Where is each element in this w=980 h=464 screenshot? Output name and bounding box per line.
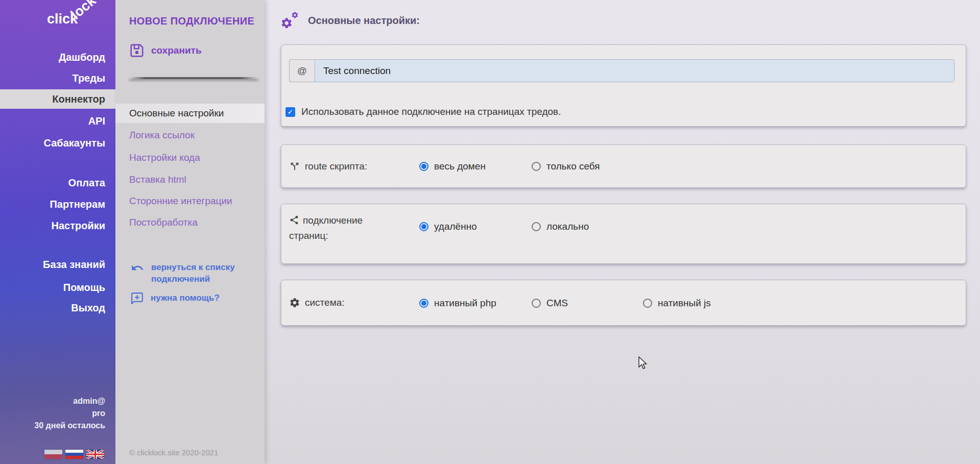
radio-selected-icon	[419, 299, 428, 308]
poland-flag[interactable]	[44, 450, 62, 459]
use-on-threads-label: Использовать данное подключение на стран…	[301, 106, 561, 117]
sidebar-item-threads[interactable]: Треды	[0, 68, 105, 88]
russia-flag[interactable]	[65, 450, 83, 459]
radio-option-native-js[interactable]: нативный js	[643, 297, 711, 309]
sidebar-item-dashboard[interactable]: Дашборд	[0, 47, 105, 67]
radio-selected-icon	[419, 222, 428, 231]
connection-panel: НОВОЕ ПОДКЛЮЧЕНИЕ сохранить Основные нас…	[115, 0, 265, 464]
save-button-label: сохранить	[151, 45, 202, 56]
clicklock-logo: clicklock	[47, 11, 105, 27]
script-route-label-row: route скрипта:	[289, 145, 367, 187]
radio-option-whole-domain[interactable]: весь домен	[419, 160, 486, 173]
share-icon	[289, 215, 299, 225]
panel-item-code-settings[interactable]: Настройки кода	[115, 148, 265, 167]
clicklock-admin-app: clicklock Дашборд Треды Коннектор API Са…	[0, 0, 980, 464]
undo-icon	[131, 261, 144, 275]
radio-selected-icon	[419, 162, 428, 171]
radio-unselected-icon	[532, 222, 541, 231]
script-route-label: route скрипта:	[305, 161, 367, 172]
panel-item-link-logic[interactable]: Логика ссылок	[115, 126, 265, 145]
save-floppy-icon	[129, 43, 145, 58]
language-switcher	[44, 450, 104, 459]
uk-flag[interactable]	[86, 450, 104, 459]
sidebar-item-payment[interactable]: Оплата	[0, 173, 105, 192]
panel-item-html-insert[interactable]: Вставка html	[115, 170, 265, 189]
main-heading-label: Основные настройки:	[308, 15, 420, 27]
radio-option-native-php[interactable]: нативный php	[419, 297, 496, 309]
main-heading: Основные настройки:	[279, 11, 420, 30]
connection-name-group: @	[289, 59, 954, 82]
system-label: система:	[305, 297, 345, 308]
account-days-left: 30 дней осталось	[34, 420, 105, 432]
script-route-card: route скрипта: весь домен только себя	[281, 144, 966, 188]
need-help-label: нужна помощь?	[151, 292, 220, 304]
copyright: © clicklock.site 2020-2021	[129, 448, 218, 457]
back-to-list-link[interactable]: вернуться к списку подключений	[131, 261, 246, 285]
radio-option-remote[interactable]: удалённо	[419, 221, 477, 233]
system-label-row: система:	[289, 280, 345, 325]
panel-item-general-settings[interactable]: Основные настройки	[115, 104, 265, 123]
sidebar: clicklock Дашборд Треды Коннектор API Са…	[0, 0, 115, 464]
sidebar-item-settings[interactable]: Настройки	[0, 216, 105, 235]
sidebar-item-connector[interactable]: Коннектор	[0, 89, 115, 109]
sidebar-item-knowledge-base[interactable]: База знаний	[0, 255, 105, 274]
use-on-threads-checkbox[interactable]: ✓	[285, 107, 295, 117]
account-info: admin@ pro 30 дней осталось	[34, 395, 105, 432]
gear-icon	[289, 297, 300, 308]
connection-name-input[interactable]	[315, 59, 954, 82]
system-card: система: нативный php CMS нативный js	[281, 280, 966, 326]
sidebar-item-logout[interactable]: Выход	[0, 298, 105, 318]
pages-connection-label: подключение страниц:	[289, 213, 378, 243]
account-email: admin@	[34, 395, 105, 407]
account-plan: pro	[34, 407, 105, 420]
save-button[interactable]: сохранить	[129, 43, 202, 58]
radio-unselected-icon	[643, 299, 652, 308]
radio-option-cms[interactable]: CMS	[532, 297, 568, 309]
radio-unselected-icon	[532, 299, 541, 308]
check-icon: ✓	[288, 108, 294, 116]
radio-option-only-self[interactable]: только себя	[532, 160, 600, 173]
sidebar-item-partners[interactable]: Партнерам	[0, 194, 105, 214]
pages-connection-card: подключение страниц: удалённо локально	[281, 204, 966, 264]
add-comment-icon	[131, 292, 144, 305]
panel-divider	[129, 77, 258, 79]
need-help-link[interactable]: нужна помощь?	[131, 292, 220, 305]
panel-item-third-party[interactable]: Сторонние интеграции	[115, 191, 265, 211]
sidebar-item-api[interactable]: API	[0, 111, 105, 131]
at-sign-prefix: @	[289, 59, 315, 82]
panel-title: НОВОЕ ПОДКЛЮЧЕНИЕ	[129, 15, 254, 27]
gears-icon	[279, 11, 301, 30]
sidebar-item-subaccounts[interactable]: Сабакаунты	[0, 133, 105, 153]
radio-unselected-icon	[532, 162, 541, 171]
radio-option-local[interactable]: локально	[532, 221, 589, 233]
use-on-threads-row: ✓ Использовать данное подключение на стр…	[285, 106, 561, 117]
connection-name-card: @ ✓ Использовать данное подключение на с…	[281, 44, 966, 127]
sidebar-item-help[interactable]: Помощь	[0, 278, 105, 297]
mouse-cursor	[636, 356, 649, 370]
route-icon	[289, 161, 300, 172]
panel-item-postprocessing[interactable]: Постобработка	[115, 213, 265, 232]
back-to-list-label: вернуться к списку подключений	[151, 261, 246, 285]
